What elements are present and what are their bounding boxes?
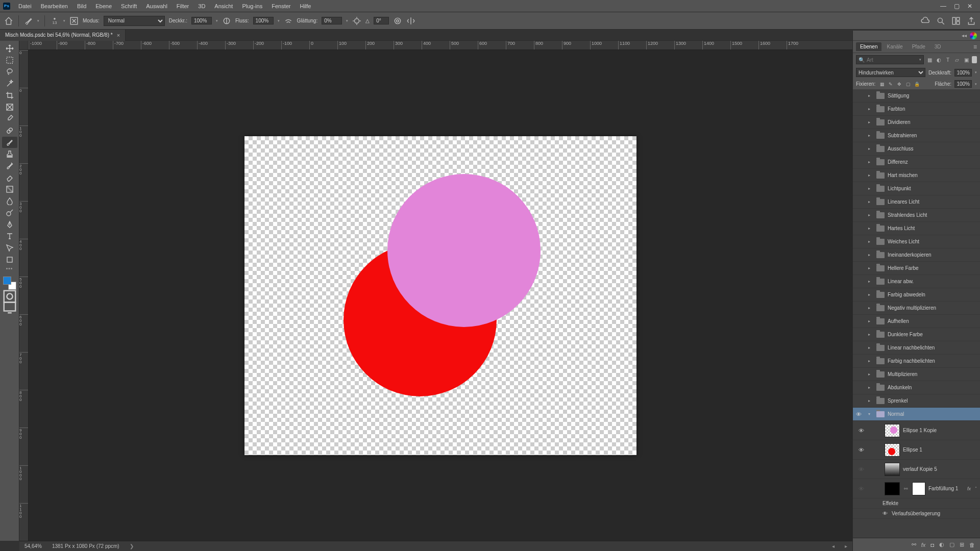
layer-group[interactable]: ▸Hartes Licht (853, 222, 980, 235)
lasso-tool[interactable] (2, 66, 17, 78)
menu-item[interactable]: Datei (14, 2, 36, 11)
visibility-icon[interactable]: 👁 (857, 428, 865, 434)
visibility-icon[interactable]: 👁 (856, 411, 862, 417)
menu-item[interactable]: Ebene (91, 2, 116, 11)
layer-group[interactable]: ▸Farbig abwedeln (853, 288, 980, 302)
layer-mask-thumb[interactable] (912, 482, 925, 495)
healing-tool[interactable] (2, 125, 17, 136)
layer-blend-select[interactable]: Hindurchwirken (856, 68, 925, 77)
cloud-icon[interactable] (921, 16, 930, 26)
minimize-icon[interactable]: — (939, 3, 947, 10)
collapse-panels-icon[interactable]: ◂◂ (962, 33, 967, 38)
layer-group[interactable]: ▸Farbig nachbelichten (853, 355, 980, 368)
layer-group[interactable]: ▸Aufhellen (853, 315, 980, 328)
tab-channels[interactable]: Kanäle (883, 42, 906, 51)
filter-shape-icon[interactable]: ▱ (953, 56, 961, 63)
brush-settings-icon[interactable] (69, 16, 79, 26)
layer-group[interactable]: ▸Dunklere Farbe (853, 328, 980, 341)
horizontal-ruler[interactable]: -1000-900-800-700-600-500-400-300-200-10… (29, 41, 852, 50)
disclosure-icon[interactable]: ▸ (868, 319, 873, 323)
menu-item[interactable]: 3D (194, 2, 209, 11)
layer-group[interactable]: ▸Hart mischen (853, 169, 980, 182)
blend-mode-select[interactable]: Normal (104, 16, 165, 26)
lock-pixels-icon[interactable]: ✎ (887, 81, 894, 88)
disclosure-icon[interactable]: ▸ (868, 226, 873, 231)
visibility-icon[interactable]: 👁 (857, 466, 865, 472)
pressure-opacity-icon[interactable] (222, 16, 231, 26)
filter-toggle-icon[interactable] (972, 56, 977, 63)
layer-search-input[interactable] (867, 57, 917, 63)
status-next-icon[interactable]: ▸ (845, 543, 847, 549)
disclosure-icon[interactable]: ▸ (868, 107, 873, 111)
maximize-icon[interactable]: ▢ (952, 3, 961, 10)
effect-item[interactable]: 👁Verlaufsüberlagerung (853, 509, 980, 519)
layer-group[interactable]: ▸Lichtpunkt (853, 182, 980, 195)
menu-item[interactable]: Fenster (267, 2, 295, 11)
disclosure-icon[interactable]: ▾ (868, 412, 873, 416)
panel-menu-icon[interactable]: ≡ (973, 43, 977, 51)
canvas[interactable] (244, 136, 636, 455)
workspace-icon[interactable] (951, 16, 961, 26)
fx-disclosure-icon[interactable]: ˄ (975, 486, 977, 491)
layer-group[interactable]: ▸Strahlendes Licht (853, 209, 980, 222)
filter-type-icon[interactable]: T (944, 56, 951, 63)
marquee-tool[interactable] (2, 55, 17, 66)
layer-row[interactable]: 👁verlauf Kopie 5 (853, 460, 980, 479)
filter-pixel-icon[interactable]: ▦ (926, 56, 933, 63)
layer-group-active[interactable]: 👁▾Normal (853, 408, 980, 421)
disclosure-icon[interactable]: ▸ (868, 385, 873, 390)
layer-group[interactable]: ▸Sättigung (853, 89, 980, 103)
stamp-tool[interactable] (2, 148, 17, 160)
layer-group-icon[interactable]: ▢ (949, 541, 954, 548)
lock-artboard-icon[interactable]: ▢ (904, 81, 912, 88)
pen-tool[interactable] (2, 219, 17, 230)
layer-group[interactable]: ▸Ausschluss (853, 142, 980, 156)
layer-group[interactable]: ▸Farbton (853, 103, 980, 116)
canvas-viewport[interactable] (29, 50, 852, 541)
effects-row[interactable]: Effekte (853, 498, 980, 509)
disclosure-icon[interactable]: ▸ (868, 398, 873, 403)
disclosure-icon[interactable]: ▸ (868, 266, 873, 270)
filter-adjust-icon[interactable]: ◐ (935, 56, 942, 63)
menu-item[interactable]: Bild (73, 2, 90, 11)
disclosure-icon[interactable]: ▸ (868, 345, 873, 350)
link-layers-icon[interactable]: ⚯ (912, 541, 916, 548)
lock-position-icon[interactable]: ✥ (896, 81, 903, 88)
disclosure-icon[interactable]: ▸ (868, 253, 873, 257)
tab-close-icon[interactable]: × (117, 32, 120, 38)
disclosure-icon[interactable]: ▸ (868, 359, 873, 363)
layer-group[interactable]: ▸Ineinanderkopieren (853, 248, 980, 262)
ruler-origin[interactable] (19, 41, 29, 50)
layer-group[interactable]: ▸Linear abw. (853, 275, 980, 288)
menu-item[interactable]: Plug-ins (238, 2, 266, 11)
visibility-icon[interactable]: 👁 (857, 447, 865, 453)
layer-row[interactable]: 👁⚯Farbfüllung 1fx˄ (853, 479, 980, 498)
disclosure-icon[interactable]: ▸ (868, 160, 873, 164)
fill-value[interactable]: 100% (954, 80, 972, 88)
wand-tool[interactable] (2, 78, 17, 89)
layer-fx-icon[interactable]: fx (921, 542, 926, 548)
airbrush-icon[interactable] (284, 16, 293, 26)
layer-group[interactable]: ▸Linear nachbelichten (853, 341, 980, 355)
tab-paths[interactable]: Pfade (908, 42, 929, 51)
disclosure-icon[interactable]: ▸ (868, 199, 873, 204)
layer-list[interactable]: ▸Sättigung▸Farbton▸Dividieren▸Subtrahier… (853, 89, 980, 538)
disclosure-icon[interactable]: ▸ (868, 186, 873, 191)
dodge-tool[interactable] (2, 207, 17, 218)
layer-group[interactable]: ▸Lineares Licht (853, 195, 980, 209)
document-tab[interactable]: Misch Modis.psdc bei 54,6% (Normal, RGB/… (0, 30, 126, 41)
brush-preset-icon[interactable]: ●13 (50, 16, 59, 26)
fx-badge[interactable]: fx (967, 486, 972, 491)
screenmode-icon[interactable] (2, 302, 17, 312)
disclosure-icon[interactable]: ▸ (868, 372, 873, 377)
layer-row[interactable]: 👁Ellipse 1 Kopie (853, 421, 980, 440)
crop-tool[interactable] (2, 90, 17, 101)
gradient-tool[interactable] (2, 184, 17, 195)
layer-group[interactable]: ▸Weiches Licht (853, 235, 980, 248)
zoom-level[interactable]: 54,64% (24, 543, 42, 549)
close-icon[interactable]: ✕ (966, 3, 974, 10)
layer-group[interactable]: ▸Abdunkeln (853, 381, 980, 394)
color-swatches[interactable] (2, 276, 17, 291)
new-layer-icon[interactable]: ⊞ (960, 541, 964, 548)
layer-thumb[interactable] (885, 424, 900, 437)
